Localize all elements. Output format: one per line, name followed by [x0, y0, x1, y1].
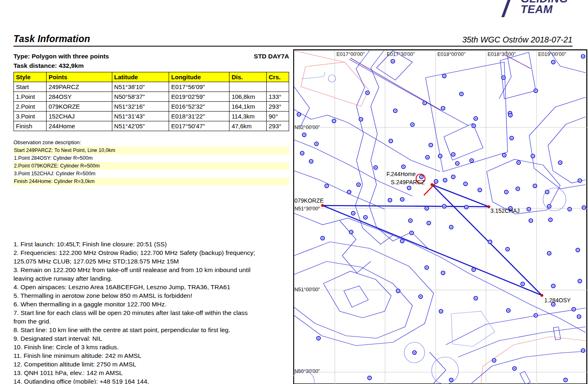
waypoint-marker-dot [349, 192, 350, 193]
waypoint-marker-dot [392, 61, 394, 62]
waypoint-marker-dot [579, 281, 581, 282]
note-item: 11. Finish line minimum altitude: 242 m … [13, 351, 294, 360]
waypoint-marker-dot [443, 108, 444, 109]
waypoint-marker-dot [522, 284, 523, 285]
table-cell: 90° [267, 112, 289, 121]
waypoint-marker-dot [471, 160, 472, 161]
note-item: 3. Remain on 122.200 MHz from take-off u… [13, 266, 294, 283]
waypoint-marker-dot [440, 156, 441, 157]
table-cell: 249PARCZ [46, 82, 112, 92]
note-item: 14. Outlanding office (mobile): +48 519 … [13, 377, 294, 384]
waypoint-marker-dot [411, 232, 412, 234]
waypoint-marker-dot [511, 138, 512, 139]
waypoint-marker-dot [304, 134, 305, 136]
waypoint-marker-dot [311, 161, 312, 162]
table-cell: 284OSY [46, 92, 112, 102]
waypoint-marker-dot [426, 267, 428, 268]
task-distance-label: Task distance: 432,9km [13, 62, 289, 69]
waypoint-marker-dot [565, 380, 566, 381]
waypoint-marker-dot [530, 220, 532, 221]
table-cell: N51°38'10" [112, 82, 169, 92]
waypoint-marker-dot [402, 241, 403, 242]
waypoint-marker-dot [436, 181, 437, 182]
waypoint-marker-dot [510, 115, 511, 116]
waypoint-marker-dot [441, 311, 442, 312]
waypoint-marker-dot [398, 290, 399, 292]
column-header: Crs. [267, 72, 289, 82]
table-cell [267, 82, 289, 92]
waypoint-marker-dot [475, 298, 477, 299]
competition-title: 35th WGC Ostrów 2018-07-21 [462, 35, 572, 45]
map-border [294, 50, 587, 384]
waypoint-marker-dot [424, 103, 425, 104]
note-item: 10. Finish line: Circle of 3 kms radius. [13, 343, 294, 351]
waypoint-marker-dot [514, 368, 515, 369]
waypoint-marker-dot [430, 145, 432, 146]
waypoint-marker-dot [390, 200, 391, 201]
waypoint-marker-dot [369, 377, 370, 379]
page-title: Task Information [13, 33, 90, 45]
note-item: 1. First launch: 10:45LT; Finish line cl… [13, 240, 294, 248]
waypoint-marker-dot [528, 209, 530, 210]
observation-zone-line: 1.Point 284OSY: Cylinder R=500m [13, 154, 289, 162]
waypoint-marker-dot [490, 241, 491, 243]
table-cell: N51°32'16" [112, 102, 169, 112]
waypoint-marker-dot [451, 380, 452, 381]
logo-line-team: TEAM [521, 4, 568, 15]
column-header: Style [14, 72, 47, 82]
waypoint-marker-dot [518, 162, 519, 163]
table-cell: E017°56'09" [169, 82, 229, 92]
note-item: 9. Designated start interval: NIL [13, 334, 294, 343]
waypoint-marker-dot [445, 180, 446, 181]
longitude-label: E018°00'00" [437, 51, 466, 57]
table-cell: N51°31'43" [112, 112, 169, 121]
note-item: 12. Competition altitude limit: 2750 m A… [13, 360, 294, 368]
waypoint-marker-dot [365, 217, 366, 218]
waypoint-marker-dot [453, 154, 454, 155]
waypoint-marker-dot [535, 90, 537, 92]
waypoint-marker-dot [318, 338, 319, 339]
waypoint-marker-dot [475, 118, 477, 119]
task-type-label: Type: Polygon with three points [13, 53, 109, 60]
waypoint-marker-dot [494, 360, 495, 361]
longitude-label: E018°30'00" [488, 51, 516, 57]
waypoint-marker-dot [358, 184, 359, 185]
note-item: 13. QNH 1011 hPa, elev.: 142 m AMSL [13, 368, 294, 377]
column-header: Dis. [229, 72, 267, 82]
observation-zone-line: 3.Point 152CHAJ: Cylinder R=500m [13, 170, 289, 178]
waypoint-marker-dot [553, 304, 554, 305]
waypoint-marker-dot [550, 219, 551, 221]
table-row: Start249PARCZN51°38'10"E017°56'09" [14, 82, 289, 92]
table-cell: 164,1km [229, 102, 267, 112]
column-header: Latitude [112, 72, 169, 82]
waypoint-marker-dot [316, 143, 317, 145]
waypoint-marker-dot [420, 296, 421, 297]
waypoint-marker-dot [390, 141, 392, 142]
observation-zone-label: Observation zone description: [13, 139, 289, 147]
waypoint-marker-dot [402, 199, 403, 200]
table-cell: 2.Point [14, 102, 47, 112]
class-day-label: STD DAY7A [254, 53, 289, 60]
header-rule: Task Information 35th WGC Ostrów 2018-07… [13, 33, 572, 47]
waypoint-marker-dot [506, 192, 507, 193]
waypoint-marker-dot [535, 315, 537, 316]
waypoint-marker-dot [428, 223, 430, 224]
waypoint-marker-dot [569, 209, 570, 210]
table-cell: N51°42'05" [112, 121, 169, 131]
table-cell: E016°52'32" [169, 102, 229, 112]
waypoint-marker-dot [353, 213, 354, 214]
table-cell: 152CHAJ [46, 112, 112, 121]
waypoint-marker-dot [507, 249, 508, 250]
latitude-label: N51°00'00" [294, 287, 320, 292]
task-type-row: Type: Polygon with three points STD DAY7… [13, 53, 289, 60]
observation-zone-line: 2.Point 079KORZE: Cylinder R=500m [13, 162, 289, 170]
waypoint-marker-dot [549, 206, 550, 207]
waypoint-marker-dot [508, 310, 509, 311]
note-item: 2. Frequencies: 122.200 MHz Ostrow Radio… [13, 248, 294, 266]
table-cell: 1.Point [14, 92, 47, 102]
waypoint-marker-dot [443, 272, 444, 274]
observation-zone-line: Finish 244Home: Cylinder R=3,0km [13, 178, 289, 185]
waypoint-marker-dot [351, 232, 352, 233]
task-sheet-page: GLIDING TEAM Task Information 35th WGC O… [0, 0, 588, 384]
table-row: 1.Point284OSYN50°58'37"E019°02'59"106,8k… [14, 92, 289, 102]
